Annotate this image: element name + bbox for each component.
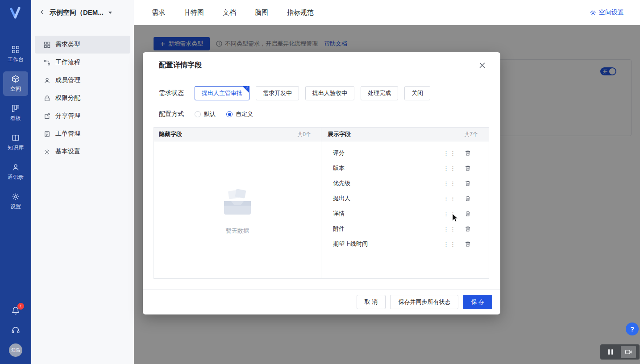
sidebar-item-basic-settings[interactable]: 基本设置 <box>35 143 130 161</box>
delete-field-button[interactable] <box>465 150 471 156</box>
delete-field-button[interactable] <box>465 241 471 247</box>
save-and-sync-button[interactable]: 保存并同步所有状态 <box>390 295 458 309</box>
drag-handle-icon[interactable]: ⋮⋮ <box>443 241 457 247</box>
tab-documents[interactable]: 文档 <box>223 8 236 17</box>
tab-mindmap[interactable]: 脑图 <box>255 8 268 17</box>
modal-close-button[interactable] <box>478 61 487 70</box>
pause-icon <box>611 349 613 355</box>
empty-state-illustration <box>215 185 260 219</box>
field-row: 详情 ⋮⋮ <box>321 206 489 221</box>
sidebar-item-space[interactable]: 空间 <box>3 71 28 96</box>
trash-icon <box>465 241 471 247</box>
space-settings-label: 空间设置 <box>599 8 624 17</box>
sidebar-item-label: 基本设置 <box>55 148 80 156</box>
recorder-camera-button[interactable] <box>621 346 636 358</box>
status-tab-acceptance[interactable]: 提出人验收中 <box>305 86 354 100</box>
camera-icon <box>625 349 632 355</box>
field-row: 期望上线时间 ⋮⋮ <box>321 236 489 252</box>
sidebar-item-requirement-types[interactable]: 需求类型 <box>35 36 130 54</box>
status-tab-in-development[interactable]: 需求开发中 <box>256 86 299 100</box>
screen-recorder-bar <box>600 344 640 360</box>
field-row: 优先级 ⋮⋮ <box>321 176 489 191</box>
sidebar-item-members[interactable]: 成员管理 <box>35 71 130 89</box>
delete-field-button[interactable] <box>465 165 471 171</box>
field-label: 提出人 <box>333 194 443 203</box>
drag-handle-icon[interactable]: ⋮⋮ <box>443 181 457 186</box>
help-button[interactable]: ? <box>626 323 639 335</box>
sidebar-item-knowledge[interactable]: 知识库 <box>3 130 28 155</box>
sidebar-item-label: 权限分配 <box>55 94 80 102</box>
tab-requirements[interactable]: 需求 <box>152 8 165 17</box>
sidebar-item-workbench[interactable]: 工作台 <box>3 42 28 66</box>
drag-handle-icon[interactable]: ⋮⋮ <box>443 150 457 156</box>
config-row-label: 配置方式 <box>159 110 188 118</box>
drag-handle-icon[interactable]: ⋮⋮ <box>443 165 457 171</box>
field-label: 优先级 <box>333 179 443 187</box>
sidebar-item-settings[interactable]: 设置 <box>3 189 28 214</box>
sidebar-item-kanban[interactable]: 看板 <box>3 101 28 125</box>
sidebar-item-label: 工作台 <box>8 56 24 63</box>
drag-handle-icon[interactable]: ⋮⋮ <box>443 211 457 217</box>
fields-panel-header: 隐藏字段 共0个 展示字段 共7个 <box>154 128 489 141</box>
close-icon <box>479 62 485 68</box>
display-fields-count: 共7个 <box>464 131 478 138</box>
drag-handle-icon[interactable]: ⋮⋮ <box>443 226 457 232</box>
status-tab-completed[interactable]: 处理完成 <box>361 86 398 100</box>
field-label: 评分 <box>333 149 443 157</box>
fields-panel: 隐藏字段 共0个 展示字段 共7个 暂无数据 <box>154 127 489 279</box>
drag-handle-icon[interactable]: ⋮⋮ <box>443 196 457 202</box>
top-nav-tabs: 需求 甘特图 文档 脑图 指标规范 <box>152 8 314 17</box>
support-button[interactable] <box>11 326 20 335</box>
status-row: 需求状态 提出人主管审批 ✓ 需求开发中 提出人验收中 处理完成 关闭 <box>143 78 500 100</box>
radio-default[interactable]: 默认 <box>195 110 216 118</box>
sidebar-item-label: 知识库 <box>8 144 24 152</box>
sidebar-item-tickets[interactable]: 工单管理 <box>35 125 130 143</box>
radio-custom[interactable]: 自定义 <box>226 110 253 118</box>
settings-gear-icon <box>12 193 20 201</box>
sidebar-item-workflow[interactable]: 工作流程 <box>35 54 130 71</box>
pause-icon <box>608 349 610 355</box>
notification-badge: 1 <box>17 303 24 310</box>
status-tab-closed[interactable]: 关闭 <box>404 86 430 100</box>
ticket-icon <box>44 131 50 137</box>
radio-label: 自定义 <box>236 110 253 118</box>
delete-field-button[interactable] <box>465 195 471 202</box>
notifications-button[interactable]: 1 <box>11 306 20 317</box>
sidebar-item-permissions[interactable]: 权限分配 <box>35 89 130 107</box>
sidebar-item-label: 空间 <box>10 85 21 93</box>
user-avatar[interactable]: 知鸟 <box>9 343 22 357</box>
cancel-button[interactable]: 取 消 <box>357 295 386 309</box>
display-fields-title: 展示字段 <box>328 130 351 138</box>
left-sidebar-bottom: 1 知鸟 <box>9 306 22 357</box>
status-tab-supervisor-review[interactable]: 提出人主管审批 ✓ <box>195 86 249 100</box>
sidebar-item-label: 分享管理 <box>55 112 80 120</box>
delete-field-button[interactable] <box>465 180 471 186</box>
field-label: 附件 <box>333 225 443 233</box>
field-label: 期望上线时间 <box>333 240 443 248</box>
tab-gantt[interactable]: 甘特图 <box>184 8 204 17</box>
contacts-icon <box>12 163 20 171</box>
save-button[interactable]: 保 存 <box>463 295 492 309</box>
sidebar-item-contacts[interactable]: 通讯录 <box>3 160 28 184</box>
lock-icon <box>44 95 50 102</box>
trash-icon <box>465 165 471 171</box>
delete-field-button[interactable] <box>465 211 471 217</box>
recorder-pause-button[interactable] <box>600 349 621 355</box>
back-button[interactable] <box>39 8 46 17</box>
hidden-fields-list: 暂无数据 <box>154 141 321 278</box>
delete-field-button[interactable] <box>465 226 471 232</box>
sidebar-item-sharing[interactable]: 分享管理 <box>35 107 130 125</box>
tab-metrics[interactable]: 指标规范 <box>287 8 314 17</box>
field-row: 评分 ⋮⋮ <box>321 145 489 161</box>
space-icon <box>12 75 20 83</box>
space-settings-button[interactable]: 空间设置 <box>590 8 624 17</box>
field-row: 附件 ⋮⋮ <box>321 221 489 236</box>
app-logo[interactable] <box>8 5 23 21</box>
trash-icon <box>465 195 471 202</box>
chevron-down-icon[interactable] <box>108 12 112 14</box>
share-icon <box>44 113 50 120</box>
gear-icon <box>44 149 50 155</box>
space-title[interactable]: 示例空间（DEM... <box>50 8 104 17</box>
radio-circle-selected <box>226 111 233 117</box>
left-sidebar-nav: 工作台 空间 看板 知识库 <box>3 42 28 219</box>
